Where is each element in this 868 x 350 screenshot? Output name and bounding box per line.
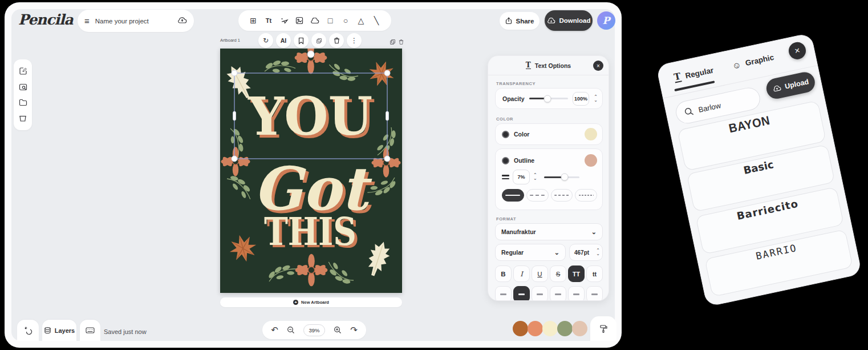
share-button[interactable]: Share: [500, 12, 540, 30]
zoom-out-button[interactable]: [287, 326, 295, 334]
stroke-style-fine-dashed[interactable]: [575, 189, 597, 202]
underline-button[interactable]: U: [532, 265, 548, 282]
font-size-field[interactable]: 467pt ⌃⌄: [569, 244, 603, 261]
handle-bottom-right[interactable]: [384, 156, 390, 162]
font-style-select[interactable]: Regular ⌄: [495, 244, 566, 261]
duplicate-button[interactable]: [311, 33, 326, 48]
zoom-controls: ↶ 39% ↷: [262, 321, 366, 339]
triangle-tool-icon[interactable]: △: [355, 15, 367, 26]
menu-icon[interactable]: ≡: [84, 16, 90, 26]
font-style-value: Regular: [501, 249, 524, 256]
outline-width-slider[interactable]: [544, 176, 579, 178]
bookmark-button[interactable]: [294, 33, 309, 48]
templates-icon[interactable]: [19, 83, 27, 91]
add-element-tab[interactable]: [17, 320, 39, 341]
share-label: Share: [516, 18, 534, 25]
align-justify-button[interactable]: [550, 286, 566, 301]
italic-button[interactable]: I: [513, 265, 530, 282]
lowercase-button[interactable]: tt: [586, 265, 603, 282]
fill-color-icon: [502, 131, 509, 138]
align-bottom-button[interactable]: [586, 286, 603, 301]
document-color-swatches: [513, 321, 587, 336]
delete-artboard-icon[interactable]: [399, 39, 404, 45]
delete-button[interactable]: [329, 33, 344, 48]
close-panel-button[interactable]: ×: [593, 61, 603, 71]
rectangle-tool-icon[interactable]: □: [325, 15, 336, 26]
ai-button[interactable]: AI: [276, 33, 291, 48]
cloud-tool-icon[interactable]: [309, 15, 321, 26]
smiley-icon: ☺: [731, 59, 742, 71]
undo-button[interactable]: ↶: [271, 325, 278, 335]
fill-color-swatch[interactable]: [585, 128, 597, 140]
trash-bin-icon[interactable]: [19, 114, 27, 123]
swatch-cream[interactable]: [542, 321, 558, 336]
zoom-level[interactable]: 39%: [303, 324, 325, 336]
opacity-slider[interactable]: [529, 98, 568, 99]
edit-icon[interactable]: [19, 67, 27, 75]
swatch-sage[interactable]: [557, 321, 573, 336]
rotate-handle[interactable]: [307, 51, 314, 58]
swatch-orange[interactable]: [513, 321, 528, 336]
new-artboard-button[interactable]: + New Artboard: [220, 297, 402, 307]
outline-color-swatch[interactable]: [585, 154, 597, 167]
font-size-stepper[interactable]: ⌃⌄: [596, 249, 600, 256]
outline-width-stepper[interactable]: ⌃⌄: [533, 174, 537, 180]
format-section-label: FORMAT: [496, 216, 516, 222]
bold-button[interactable]: B: [495, 265, 512, 282]
opacity-value[interactable]: 100%: [573, 92, 590, 106]
poster-headline[interactable]: YOU YOU Got Got THIS THIS: [248, 86, 375, 256]
close-font-panel-button[interactable]: ×: [787, 41, 808, 61]
fill-color-card[interactable]: Color: [495, 123, 603, 145]
align-right-button[interactable]: [532, 286, 548, 301]
download-button[interactable]: Download: [545, 10, 593, 31]
folder-icon[interactable]: [19, 98, 27, 107]
layers-tab[interactable]: Layers: [42, 320, 76, 341]
project-name-field[interactable]: ≡ Name your project: [78, 10, 194, 32]
layout-tool-icon[interactable]: ⊞: [248, 15, 259, 26]
outline-width-value[interactable]: 7%: [513, 170, 530, 184]
artboard-label[interactable]: Artboard 1: [220, 38, 240, 43]
poster-artboard[interactable]: YOU YOU Got Got THIS THIS: [220, 49, 402, 293]
shortcuts-tab[interactable]: [80, 320, 100, 341]
swatch-salmon[interactable]: [528, 321, 543, 336]
text-options-title: Text Options: [535, 62, 571, 69]
handle-left[interactable]: [233, 111, 236, 120]
align-top-button[interactable]: [568, 286, 585, 301]
handle-top-left[interactable]: [232, 70, 237, 76]
strikethrough-button[interactable]: S: [550, 265, 566, 282]
user-avatar[interactable]: P: [597, 11, 615, 30]
more-options-button[interactable]: ⋮: [347, 33, 362, 48]
handle-top-right[interactable]: [384, 70, 390, 76]
select-tool-icon[interactable]: [278, 15, 290, 26]
redo-button[interactable]: ↷: [350, 325, 358, 335]
line-tool-icon[interactable]: ╲: [371, 15, 382, 26]
swatch-blush[interactable]: [572, 321, 587, 336]
artboard-toolbar: ↻ AI ⋮: [258, 33, 362, 48]
project-name-placeholder[interactable]: Name your project: [95, 18, 172, 25]
stroke-style-solid[interactable]: [502, 189, 524, 202]
active-tab-indicator: [674, 81, 715, 91]
color-tools-tab[interactable]: [590, 316, 616, 341]
tab-regular[interactable]: T Regular: [673, 65, 714, 83]
regenerate-button[interactable]: ↻: [258, 33, 273, 48]
handle-bottom-left[interactable]: [232, 156, 237, 162]
copy-artboard-icon[interactable]: [390, 39, 395, 45]
font-family-select[interactable]: Manufraktur ⌄: [495, 223, 603, 240]
shape-toolbar: ⊞ Tt □ ○ △ ╲: [238, 10, 391, 31]
ellipse-tool-icon[interactable]: ○: [340, 15, 351, 26]
download-cloud-icon: [547, 18, 555, 24]
opacity-stepper[interactable]: ⌃⌄: [594, 95, 598, 102]
tab-graphic[interactable]: ☺ Graphic: [731, 52, 774, 70]
uppercase-button[interactable]: TT: [568, 265, 585, 282]
stroke-style-dotted[interactable]: [551, 189, 573, 202]
align-left-button[interactable]: [495, 286, 512, 301]
align-center-button[interactable]: [513, 286, 530, 301]
zoom-in-button[interactable]: [334, 326, 342, 334]
text-tool-icon[interactable]: Tt: [263, 15, 274, 26]
stroke-style-dashed[interactable]: [526, 189, 549, 202]
handle-right[interactable]: [386, 111, 389, 120]
save-status: Saved just now: [104, 328, 147, 335]
image-tool-icon[interactable]: [294, 15, 305, 26]
tab-regular-label: Regular: [684, 66, 714, 80]
cloud-save-icon[interactable]: [177, 16, 187, 26]
